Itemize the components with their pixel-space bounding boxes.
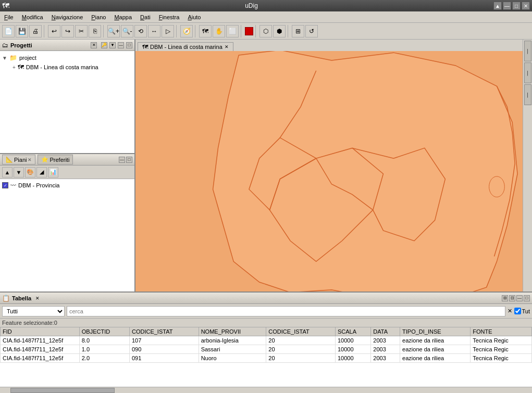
layers-max[interactable]: □: [126, 157, 132, 163]
tb-undo[interactable]: ↩: [48, 25, 60, 37]
tb-color-red[interactable]: [245, 27, 253, 35]
menu-dati[interactable]: Dati: [138, 13, 153, 21]
title-maximize[interactable]: □: [512, 2, 521, 10]
layer-label: DBM - Linea di costa marina: [26, 64, 98, 70]
search-input[interactable]: [67, 306, 505, 316]
tb-layer2[interactable]: ⬢: [273, 25, 286, 37]
title-scroll-up[interactable]: ▲: [493, 2, 502, 10]
tab-piani[interactable]: 📐 Piani ✕: [2, 155, 35, 164]
layer-up-icon[interactable]: ▲: [2, 167, 13, 178]
layer-row[interactable]: ✓ 〰 DBM - Provincia: [2, 181, 132, 189]
col-fid[interactable]: FID: [1, 327, 80, 336]
search-clear-icon[interactable]: ✕: [508, 308, 512, 314]
menu-navigazione[interactable]: Navigazione: [50, 13, 85, 21]
title-minimize[interactable]: —: [503, 2, 511, 10]
projects-header: 🗂 Progetti ✕ 🔑 ▼ — □: [0, 40, 134, 51]
layers-min[interactable]: —: [119, 157, 125, 163]
tb-grid[interactable]: ⊞: [292, 25, 304, 37]
tb-sep6: [255, 25, 257, 37]
col-codice1[interactable]: CODICE_ISTAT: [129, 327, 199, 336]
projects-menu-icon[interactable]: ▼: [109, 42, 116, 48]
tree-project[interactable]: ▼ 📁 project: [2, 53, 132, 62]
table-row[interactable]: CIA.fid-1487f711_12e5f1.0090Sassari20100…: [1, 345, 532, 354]
tb-sep4: [195, 25, 197, 37]
table-cell: 20: [266, 336, 336, 345]
data-table[interactable]: FID OBJECTID CODICE_ISTAT NOME_PROVII CO…: [0, 327, 532, 387]
tb-layer1[interactable]: ⬡: [259, 25, 272, 37]
filter-select[interactable]: Tutti Selezionati Non selezionati: [2, 306, 65, 316]
tab-preferiti[interactable]: ⭐ Preferiti: [38, 155, 73, 164]
menu-finestra[interactable]: Finestra: [157, 13, 182, 21]
col-fonte[interactable]: FONTE: [471, 327, 532, 336]
col-nome[interactable]: NOME_PROVII: [199, 327, 266, 336]
layer-down-icon[interactable]: ▼: [14, 167, 24, 178]
table-cell: 2003: [371, 345, 400, 354]
layer-table-icon[interactable]: 📊: [48, 167, 58, 178]
table-ctrl-1[interactable]: ⊟: [502, 295, 508, 301]
table-close-icon[interactable]: ✕: [35, 296, 40, 301]
menu-modifica[interactable]: Modifica: [20, 13, 45, 21]
layer-checkbox[interactable]: ✓: [2, 182, 8, 188]
tb-refresh[interactable]: ↺: [305, 25, 318, 37]
col-tipo[interactable]: TIPO_DI_INSE: [400, 327, 471, 336]
table-body: CIA.fid-1487f711_12e5f8.0107arbonia-Igle…: [1, 336, 532, 363]
map-tab-close-icon[interactable]: ✕: [225, 44, 229, 49]
menu-file[interactable]: File: [2, 13, 16, 21]
tb-pan[interactable]: ⟲: [134, 25, 147, 37]
menu-mappa[interactable]: Mappa: [112, 13, 134, 21]
table-row[interactable]: CIA.fid-1487f711_12e5f2.0091Nuoro2010000…: [1, 354, 532, 363]
table-cell: CIA.fid-1487f711_12e5f: [1, 345, 80, 354]
map-tab[interactable]: 🗺 DBM - Linea di costa marina ✕: [138, 42, 233, 51]
tb-zoom-out[interactable]: 🔍-: [121, 25, 133, 37]
tb-save[interactable]: 💾: [16, 25, 28, 37]
projects-max-icon[interactable]: □: [126, 42, 132, 48]
projects-title: Progetti: [10, 42, 89, 48]
right-tool-1[interactable]: │: [524, 41, 531, 61]
map-canvas[interactable]: [135, 51, 523, 291]
tut-checkbox[interactable]: [514, 308, 521, 314]
piani-icon: 📐: [6, 156, 13, 163]
col-scala[interactable]: SCALA: [335, 327, 370, 336]
h-scroll-thumb[interactable]: [10, 388, 115, 393]
right-tool-3[interactable]: │: [524, 84, 531, 105]
tb-cut[interactable]: ✂: [75, 25, 88, 37]
map-svg: [135, 51, 523, 291]
table-cell: Sassari: [199, 345, 266, 354]
projects-min-icon[interactable]: —: [118, 42, 124, 48]
title-close[interactable]: ✕: [522, 2, 530, 10]
tb-new[interactable]: 📄: [2, 25, 15, 37]
projects-key-icon[interactable]: 🔑: [101, 42, 107, 48]
layers-header: 📐 Piani ✕ ⭐ Preferiti — □: [0, 154, 134, 166]
tree-layer[interactable]: + 🗺 DBM - Linea di costa marina: [2, 62, 132, 72]
right-tool-2[interactable]: │: [524, 62, 531, 83]
tb-box[interactable]: ⬜: [226, 25, 239, 37]
table-ctrl-2[interactable]: ⊡: [509, 295, 515, 301]
menu-aiuto[interactable]: Aiuto: [185, 13, 203, 21]
projects-close-icon[interactable]: ✕: [91, 42, 97, 48]
tb-map-mode[interactable]: 🗺: [199, 25, 212, 37]
menu-piano[interactable]: Piano: [89, 13, 108, 21]
table-ctrl-4[interactable]: □: [524, 295, 530, 301]
tb-zoom-in[interactable]: 🔍+: [107, 25, 120, 37]
tb-hand[interactable]: ✋: [213, 25, 225, 37]
table-row[interactable]: CIA.fid-1487f711_12e5f8.0107arbonia-Igle…: [1, 336, 532, 345]
col-codice2[interactable]: CODICE_ISTAT: [266, 327, 336, 336]
table-ctrl-3[interactable]: —: [516, 295, 523, 301]
table-cell: 1.0: [79, 345, 129, 354]
tb-print[interactable]: 🖨: [29, 25, 42, 37]
piani-close-icon[interactable]: ✕: [28, 157, 32, 162]
layers-controls: — □: [119, 157, 132, 163]
layer-geo-icon[interactable]: ◢: [36, 167, 47, 178]
tb-copy[interactable]: ⎘: [89, 25, 101, 37]
col-data[interactable]: DATA: [371, 327, 400, 336]
tb-navigate[interactable]: 🧭: [180, 25, 193, 37]
h-scrollbar[interactable]: [0, 387, 532, 393]
table-header-row: FID OBJECTID CODICE_ISTAT NOME_PROVII CO…: [1, 327, 532, 336]
tb-redo[interactable]: ↪: [61, 25, 74, 37]
col-objectid[interactable]: OBJECTID: [79, 327, 129, 336]
tb-select[interactable]: ▷: [162, 25, 174, 37]
tut-checkbox-area[interactable]: Tut: [514, 308, 530, 314]
table: FID OBJECTID CODICE_ISTAT NOME_PROVII CO…: [0, 327, 532, 363]
tb-extent[interactable]: ↔: [148, 25, 160, 37]
layer-style-icon[interactable]: 🎨: [25, 167, 35, 178]
